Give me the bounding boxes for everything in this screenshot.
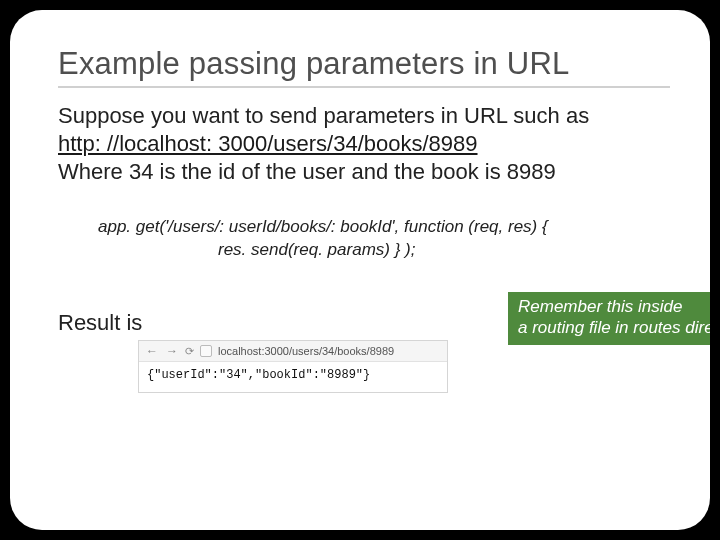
- forward-icon[interactable]: →: [165, 344, 179, 358]
- page-icon: [200, 345, 212, 357]
- back-icon[interactable]: ←: [145, 344, 159, 358]
- callout-line2: a routing file in routes direct: [518, 317, 710, 338]
- body-line1: Suppose you want to send parameters in U…: [58, 102, 670, 130]
- title-underline: [58, 86, 670, 88]
- callout-box: Remember this inside a routing file in r…: [508, 292, 710, 345]
- code-block: app. get('/users/: userId/books/: bookId…: [98, 216, 670, 262]
- browser-toolbar: ← → ⟳ localhost:3000/users/34/books/8989: [139, 341, 447, 362]
- callout-line1: Remember this inside: [518, 296, 710, 317]
- browser-mock: ← → ⟳ localhost:3000/users/34/books/8989…: [138, 340, 448, 393]
- browser-output: {"userId":"34","bookId":"8989"}: [139, 362, 447, 392]
- body-line2: Where 34 is the id of the user and the b…: [58, 158, 670, 186]
- code-line-2: res. send(req. params) } );: [218, 239, 670, 262]
- slide-card: Example passing parameters in URL Suppos…: [10, 10, 710, 530]
- slide-title: Example passing parameters in URL: [58, 46, 670, 82]
- reload-icon[interactable]: ⟳: [185, 345, 194, 358]
- body-text: Suppose you want to send parameters in U…: [58, 102, 670, 186]
- address-bar[interactable]: localhost:3000/users/34/books/8989: [218, 345, 394, 357]
- example-url: http: //localhost: 3000/users/34/books/8…: [58, 130, 670, 158]
- code-line-1: app. get('/users/: userId/books/: bookId…: [98, 216, 670, 239]
